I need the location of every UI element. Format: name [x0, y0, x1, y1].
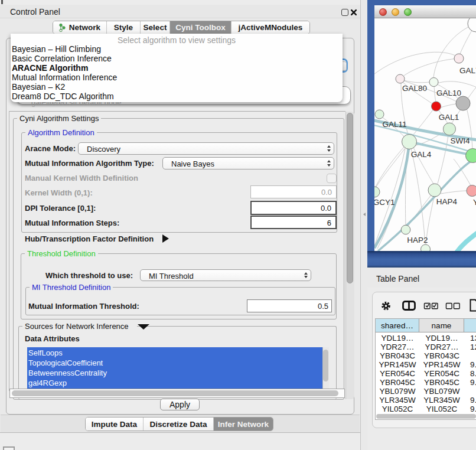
svg-text:GAL4: GAL4 — [411, 150, 432, 159]
svg-text:YJ: YJ — [473, 198, 476, 207]
svg-text:GAL1: GAL1 — [439, 113, 459, 122]
svg-text:GAL10: GAL10 — [436, 89, 461, 97]
svg-text:SWI4: SWI4 — [450, 136, 470, 145]
svg-text:HAP4: HAP4 — [436, 197, 458, 206]
svg-text:GCY1: GCY1 — [374, 198, 395, 207]
svg-text:GAL7: GAL7 — [459, 66, 476, 75]
svg-text:HAP2: HAP2 — [407, 236, 428, 244]
svg-text:GAL11: GAL11 — [382, 120, 406, 129]
svg-text:GAL80: GAL80 — [402, 84, 427, 93]
